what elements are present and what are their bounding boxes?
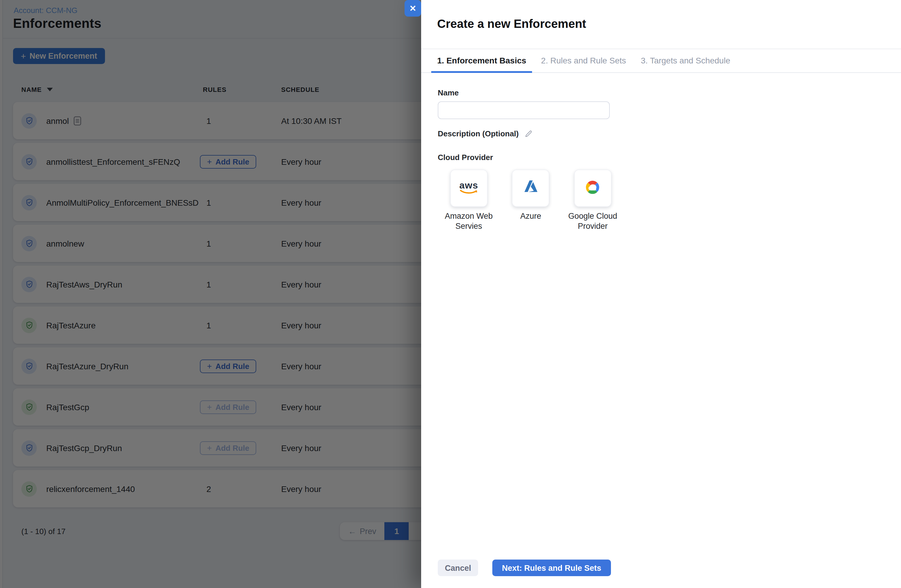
aws-logo-icon: aws — [459, 181, 479, 195]
create-enforcement-drawer: ✕ Create a new Enforcement 1. Enforcemen… — [421, 0, 901, 588]
provider-gcp[interactable]: Google Cloud Provider — [562, 170, 624, 231]
tab-rules-and-rule-sets[interactable]: 2. Rules and Rule Sets — [535, 50, 632, 73]
enforcement-basics-form: Name Description (Optional) Cloud Provid… — [438, 84, 624, 231]
cancel-button[interactable]: Cancel — [438, 560, 479, 576]
app-root: Account: CCM-NG Enforcements + New Enfor… — [0, 0, 901, 588]
edit-pencil-icon[interactable] — [524, 129, 532, 138]
description-label: Description (Optional) — [438, 129, 519, 138]
tab-enforcement-basics[interactable]: 1. Enforcement Basics — [431, 50, 532, 73]
provider-aws[interactable]: aws Amazon Web Servies — [438, 170, 500, 231]
close-icon[interactable]: ✕ — [405, 0, 421, 17]
name-input[interactable] — [438, 101, 610, 119]
provider-label: Google Cloud Provider — [562, 211, 624, 231]
drawer-tabbar: 1. Enforcement Basics 2. Rules and Rule … — [421, 48, 901, 73]
name-label: Name — [438, 88, 624, 97]
azure-logo-icon — [521, 177, 541, 199]
drawer-title: Create a new Enforcement — [437, 17, 586, 31]
provider-azure[interactable]: Azure — [500, 170, 562, 231]
gcp-logo-icon — [582, 178, 603, 198]
cloud-provider-label: Cloud Provider — [438, 153, 624, 162]
next-button[interactable]: Next: Rules and Rule Sets — [493, 560, 611, 576]
provider-label: Amazon Web Servies — [438, 211, 500, 231]
provider-label: Azure — [520, 211, 541, 221]
drawer-footer: Cancel Next: Rules and Rule Sets — [438, 560, 611, 576]
cloud-provider-options: aws Amazon Web Servies — [438, 170, 624, 231]
tab-targets-and-schedule[interactable]: 3. Targets and Schedule — [635, 50, 736, 73]
